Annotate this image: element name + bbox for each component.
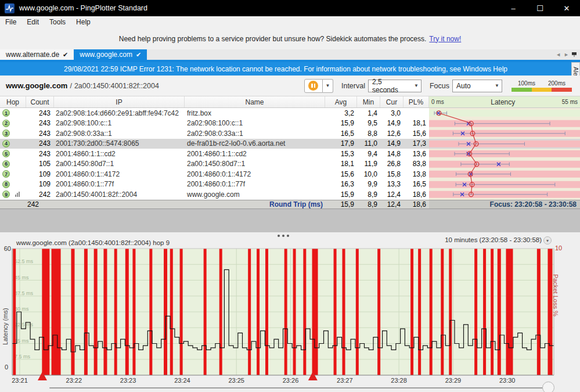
timeline-scrollbar-thumb[interactable] (542, 382, 554, 392)
window-title: www.google.com - PingPlotter Standard (19, 4, 147, 12)
header-count[interactable]: Count (26, 96, 54, 107)
cur-cell: 14,9 (380, 139, 404, 149)
ip-cell: 2a02:908:100:c::1 (54, 118, 185, 129)
pl-cell (404, 108, 429, 118)
timeline-range-label[interactable]: 10 minutes (23:20:58 - 23:30:58) (445, 236, 542, 243)
header-hop[interactable]: Hop (0, 96, 26, 107)
menu-tools[interactable]: Tools (44, 17, 71, 27)
menu-edit[interactable]: Edit (21, 17, 44, 27)
avg-cell: 15,3 (325, 149, 357, 159)
hop-number-badge: 1 (2, 109, 10, 117)
min-cell: 9,4 (357, 149, 380, 159)
tab-scroll-left-icon[interactable]: ◄ (556, 52, 561, 57)
interval-value: 2,5 seconds (369, 78, 412, 94)
hop-row-4[interactable]: 42432001:730:2d00::5474:8065de-fra01b-rc… (0, 139, 580, 149)
target-ip: 2a00:1450:4001:82f::2004 (74, 82, 159, 90)
target-bar: www.google.com / 2a00:1450:4001:82f::200… (0, 75, 580, 96)
hop-rows: 12432a02:908:1c4:d660:2e91:abff:fe94:7c4… (0, 108, 580, 200)
tab-www-alternate-de[interactable]: www.alternate.de ✔ (0, 49, 74, 60)
timeline-scrollbar-track[interactable] (49, 387, 550, 389)
header-cur[interactable]: Cur (380, 96, 404, 107)
pause-dropdown-button[interactable]: ▼ (323, 79, 333, 93)
count-cell: 105 (26, 159, 54, 170)
count-cell: 243 (26, 149, 54, 159)
tab-label: www.google.com (80, 51, 132, 59)
hop-row-7[interactable]: 71092001:4860:0:1::41722001:4860:0:1::41… (0, 169, 580, 179)
interval-select[interactable]: 2,5 seconds ▼ (368, 80, 422, 92)
pin-icon[interactable] (572, 52, 577, 57)
minimize-button[interactable]: – (500, 0, 527, 16)
header-name[interactable]: Name (185, 96, 325, 107)
hop-number-badge: 8 (2, 181, 10, 188)
maximize-button[interactable]: ☐ (527, 0, 553, 16)
hop-row-1[interactable]: 12432a02:908:1c4:d660:2e91:abff:fe94:7c4… (0, 108, 580, 118)
cur-cell: 12,6 (380, 128, 404, 139)
trace-table: Hop Count IP Name Avg Min Cur PL% 0 ms L… (0, 96, 580, 209)
ip-cell: 2001:4860:1:1::cd2 (54, 149, 185, 159)
header-min[interactable]: Min (357, 96, 380, 107)
chevron-down-icon: ▼ (325, 83, 330, 88)
hop-row-2[interactable]: 22432a02:908:100:c::12a02:908:100:c::115… (0, 118, 580, 129)
hop-cell: 8 (0, 179, 26, 190)
pause-icon (308, 81, 318, 91)
cur-cell: 14,8 (380, 149, 404, 159)
hop-cell: 6 (0, 159, 26, 170)
min-cell: 8,8 (357, 128, 380, 139)
header-pl[interactable]: PL% (404, 96, 429, 107)
alert-text: 29/08/2021 22:59 ICMP Error 1231: The ne… (64, 65, 507, 73)
svg-text:30 ms: 30 ms (15, 306, 29, 312)
hop-latency-whisker (429, 189, 580, 200)
timeline-range-dropdown[interactable]: ▾ (543, 236, 552, 244)
hop-cell: 5 (0, 149, 26, 159)
hop-cell: 7 (0, 169, 26, 179)
focus-select[interactable]: Auto ▼ (452, 80, 502, 92)
hop-row-3[interactable]: 32432a02:908:0:33a::12a02:908:0:33a::116… (0, 128, 580, 139)
hop-cell: 3 (0, 128, 26, 139)
hop-latency-cell (429, 159, 580, 170)
header-ip[interactable]: IP (54, 96, 185, 107)
y2-axis-max: 10 (555, 244, 562, 251)
legend-100ms: 100ms (518, 80, 535, 87)
hop-row-9[interactable]: 92422a00:1450:4001:82f::2004www.google.c… (0, 189, 580, 200)
try-it-now-link[interactable]: Try it now! (429, 35, 461, 43)
hop-number-badge: 9 (2, 190, 10, 198)
timeline-graph[interactable]: 23:2123:2223:2323:2423:2523:2623:2723:28… (0, 232, 580, 392)
hop-number-badge: 4 (2, 140, 10, 148)
hop-row-6[interactable]: 61052a00:1450:80d7::12a00:1450:80d7::118… (0, 159, 580, 170)
pl-cell: 18,6 (404, 189, 429, 200)
svg-text:23:29: 23:29 (445, 377, 462, 384)
hop-latency-whisker (429, 128, 580, 139)
panel-gap (0, 209, 580, 232)
tab-scroll-right-icon[interactable]: ► (564, 52, 569, 57)
title-bar: www.google.com - PingPlotter Standard – … (0, 0, 580, 16)
min-cell: 10,0 (357, 169, 380, 179)
hop-row-8[interactable]: 81092001:4860:0:1::77f2001:4860:0:1::77f… (0, 179, 580, 190)
menu-help[interactable]: Help (71, 17, 96, 27)
close-button[interactable]: ✕ (553, 0, 580, 16)
menu-bar: File Edit Tools Help (0, 16, 580, 28)
ip-cell: 2001:4860:0:1::4172 (54, 169, 185, 179)
menu-file[interactable]: File (0, 17, 21, 27)
svg-text:23:28: 23:28 (391, 377, 407, 384)
hop-latency-whisker (429, 149, 580, 159)
splitter-handle[interactable] (278, 235, 289, 237)
summary-cur: 12,4 (380, 200, 404, 208)
pl-cell: 13,8 (404, 169, 429, 179)
avg-cell: 18,1 (325, 159, 357, 170)
pl-cell: 15,6 (404, 128, 429, 139)
hop-latency-whisker (429, 159, 580, 170)
pause-button[interactable] (304, 79, 323, 93)
tab-label: www.alternate.de (6, 51, 59, 59)
avg-cell: 16,5 (325, 128, 357, 139)
icmp-error-alert-bar: 29/08/2021 22:59 ICMP Error 1231: The ne… (0, 62, 571, 75)
legend-200ms: 200ms (548, 80, 565, 87)
min-cell: 8,9 (357, 189, 380, 200)
hop-row-5[interactable]: 52432001:4860:1:1::cd22001:4860:1:1::cd2… (0, 149, 580, 159)
name-cell: 2a00:1450:80d7::1 (185, 159, 325, 170)
tab-www-google-com[interactable]: www.google.com ✔ (74, 49, 147, 60)
hop-latency-cell (429, 118, 580, 129)
header-avg[interactable]: Avg (325, 96, 357, 107)
table-header-row: Hop Count IP Name Avg Min Cur PL% 0 ms L… (0, 96, 580, 108)
count-cell: 242 (26, 189, 54, 200)
focus-range-label: Focus: 23:20:58 - 23:30:58 (429, 200, 580, 208)
